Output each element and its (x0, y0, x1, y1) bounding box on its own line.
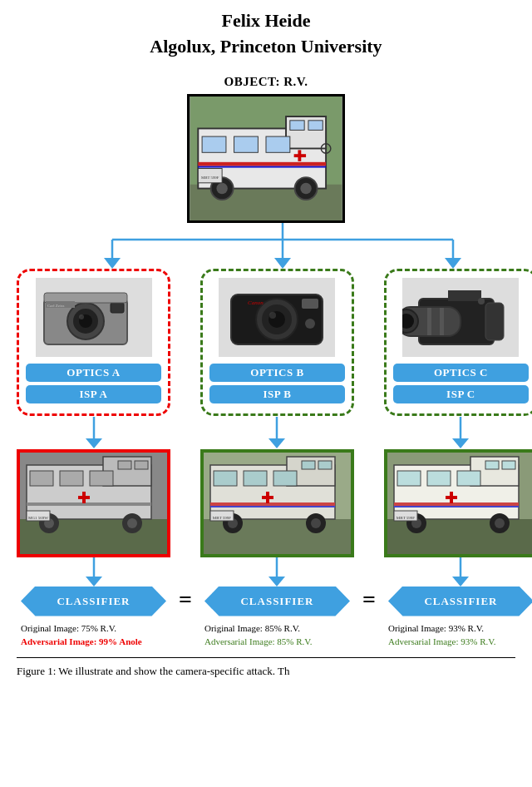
svg-rect-122 (450, 492, 453, 503)
svg-marker-103 (452, 438, 469, 448)
down-arrow-3 (448, 416, 473, 449)
result-image-1: MG1 569W (17, 449, 170, 557)
adversarial-label-3: Adversarial Image: 93% R.V. (388, 636, 496, 646)
isp-label-3: ISP C (393, 385, 529, 403)
svg-point-83 (311, 518, 321, 528)
svg-rect-57 (82, 492, 86, 503)
svg-rect-45 (60, 471, 83, 486)
result-image-3: MBT 599F (384, 449, 532, 557)
camera-image-3 (402, 278, 519, 357)
svg-point-14 (300, 182, 311, 193)
svg-marker-27 (445, 258, 461, 269)
svg-point-12 (216, 182, 227, 193)
svg-rect-55 (27, 502, 151, 506)
optics-label-2: OPTICS B (209, 364, 345, 382)
column-1: Carl Zeiss OPTICS A ISP A (17, 269, 170, 649)
svg-rect-7 (234, 136, 259, 152)
affiliation: Algolux, Princeton University (150, 36, 382, 57)
isp-label-1: ISP A (26, 385, 161, 403)
down-arrow-2 (264, 416, 289, 449)
svg-marker-59 (86, 577, 102, 587)
result-image-2: MBT 599F (200, 449, 354, 557)
original-pct-2: 85% R.V. (265, 623, 300, 633)
svg-rect-6 (202, 136, 226, 152)
svg-rect-18 (198, 161, 326, 166)
svg-marker-91 (268, 577, 285, 587)
svg-text:MBT 599F: MBT 599F (213, 516, 231, 520)
svg-marker-39 (86, 438, 102, 448)
svg-marker-70 (268, 438, 285, 448)
svg-rect-78 (302, 461, 315, 469)
camera-box-1: Carl Zeiss OPTICS A ISP A (17, 269, 170, 416)
svg-marker-25 (274, 258, 291, 269)
svg-rect-19 (198, 166, 326, 167)
top-arrows (17, 223, 515, 269)
adversarial-label-2: Adversarial Image: 85% R.V. (204, 636, 313, 646)
header-title: Felix Heide Algolux, Princeton Universit… (17, 8, 515, 60)
classifier-arrow-3 (448, 557, 473, 587)
camera-box-2: Canon OPTICS B ISP B (200, 269, 354, 416)
rv-illustration: MBT 599F (190, 97, 342, 220)
original-label-3: Original Image: (388, 623, 446, 633)
svg-rect-34 (111, 303, 124, 313)
classifier-box-2: CLASSIFIER (204, 587, 350, 616)
svg-marker-23 (104, 258, 121, 269)
svg-rect-8 (266, 136, 290, 152)
optics-label-1: OPTICS A (26, 364, 161, 382)
svg-rect-79 (318, 461, 332, 469)
svg-point-116 (495, 518, 505, 528)
svg-point-33 (79, 314, 84, 319)
svg-rect-87 (210, 506, 335, 507)
svg-rect-89 (266, 492, 269, 503)
svg-rect-111 (485, 461, 499, 469)
svg-rect-100 (485, 303, 504, 340)
result-text-1: Original Image: 75% R.V. Adversarial Ima… (21, 621, 166, 649)
svg-point-65 (269, 312, 276, 319)
svg-text:MBT 599F: MBT 599F (201, 176, 219, 180)
svg-point-52 (127, 518, 137, 528)
svg-rect-4 (290, 120, 304, 130)
header: Felix Heide Algolux, Princeton Universit… (17, 8, 515, 60)
svg-rect-46 (90, 471, 113, 486)
svg-rect-86 (210, 502, 335, 506)
figure-caption: Figure 1: We illustrate and show the cam… (17, 657, 515, 680)
svg-text:Canon: Canon (248, 299, 264, 306)
object-label: OBJECT: R.V. (17, 75, 515, 89)
svg-rect-99 (440, 308, 444, 335)
equals-1: = (177, 587, 194, 613)
svg-rect-48 (135, 461, 148, 469)
svg-rect-120 (394, 506, 519, 507)
svg-rect-110 (457, 471, 480, 486)
classifier-box-1: CLASSIFIER (21, 587, 166, 616)
svg-rect-109 (427, 471, 451, 486)
column-2: Canon OPTICS B ISP B (200, 269, 354, 649)
original-pct-1: 75% R.V. (81, 623, 116, 633)
svg-rect-47 (118, 461, 131, 469)
svg-rect-10 (298, 150, 301, 161)
isp-label-2: ISP B (209, 385, 345, 403)
svg-text:MBT 599F: MBT 599F (397, 516, 415, 520)
svg-marker-94 (448, 290, 481, 301)
original-label-1: Original Image: (21, 623, 79, 633)
classifier-arrow-2 (264, 557, 289, 587)
svg-rect-108 (397, 471, 421, 486)
columns-row: Carl Zeiss OPTICS A ISP A (17, 269, 515, 649)
svg-rect-67 (302, 299, 318, 309)
result-text-2: Original Image: 85% R.V. Adversarial Ima… (204, 621, 350, 649)
svg-marker-124 (452, 577, 469, 587)
classifier-box-3: CLASSIFIER (388, 587, 532, 616)
svg-point-101 (478, 298, 485, 304)
page: Felix Heide Algolux, Princeton Universit… (0, 0, 532, 687)
svg-rect-77 (273, 471, 297, 486)
svg-rect-76 (244, 471, 267, 486)
svg-text:Carl Zeiss: Carl Zeiss (47, 304, 64, 308)
svg-rect-119 (394, 502, 519, 506)
top-rv-image: MBT 599F (187, 94, 345, 223)
svg-rect-112 (502, 461, 515, 469)
camera-image-1: Carl Zeiss (36, 278, 152, 357)
svg-point-68 (305, 319, 315, 329)
svg-rect-44 (30, 471, 53, 486)
classifier-arrow-1 (81, 557, 106, 587)
top-image-container: MBT 599F (17, 94, 515, 223)
optics-label-3: OPTICS C (393, 364, 529, 382)
